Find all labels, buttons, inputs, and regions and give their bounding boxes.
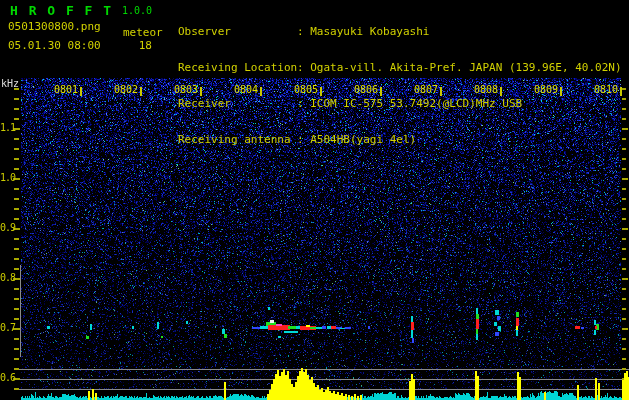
time-tick-label: 0809	[514, 84, 558, 95]
time-tick-label: 0806	[334, 84, 378, 95]
freq-tick-label: 0.7	[0, 322, 15, 333]
freq-tick-label: 1.1	[0, 122, 15, 133]
time-tick-label: 0805	[274, 84, 318, 95]
app-title: H R O F F T	[10, 3, 113, 18]
info-label: Receiving Location	[178, 62, 297, 74]
info-value: : ICOM IC-575 53.7492(@LCD)MHz USB	[297, 98, 522, 110]
hrofft-screen: H R O F F T 1.0.0 0501300800.png meteor …	[0, 0, 629, 400]
station-info-row: Observer: Masayuki Kobayashi	[178, 26, 622, 38]
info-value: : A504HB(yagi 4el)	[297, 134, 416, 146]
time-tick-label: 0810	[574, 84, 618, 95]
freq-tick-label: 1.0	[0, 172, 15, 183]
info-label: Observer	[178, 26, 297, 38]
app-version: 1.0.0	[122, 5, 152, 16]
time-tick-label: 0804	[214, 84, 258, 95]
time-tick-label: 0801	[34, 84, 78, 95]
station-info-row: Receiving antenna: A504HB(yagi 4el)	[178, 134, 622, 146]
freq-tick-label: 0.8	[0, 272, 15, 283]
observation-mode: meteor	[123, 26, 163, 39]
freq-tick-label: 0.9	[0, 222, 15, 233]
info-label: Receiving antenna	[178, 134, 297, 146]
time-tick-label: 0808	[454, 84, 498, 95]
echo-count: 18	[128, 39, 152, 52]
time-tick-label: 0802	[94, 84, 138, 95]
observation-datetime: 05.01.30 08:00	[8, 39, 101, 52]
info-label: Receiver	[178, 98, 297, 110]
output-filename: 0501300800.png	[8, 20, 101, 33]
freq-tick-label: 0.6	[0, 372, 15, 383]
time-tick-label: 0807	[394, 84, 438, 95]
info-value: : Masayuki Kobayashi	[297, 26, 429, 38]
time-tick-label: 0803	[154, 84, 198, 95]
station-info-row: Receiving Location: Ogata-vill. Akita-Pr…	[178, 62, 622, 74]
info-value: : Ogata-vill. Akita-Pref. JAPAN (139.96E…	[297, 62, 622, 74]
station-info-row: Receiver: ICOM IC-575 53.7492(@LCD)MHz U…	[178, 98, 622, 110]
freq-unit-label: kHz	[1, 78, 19, 89]
